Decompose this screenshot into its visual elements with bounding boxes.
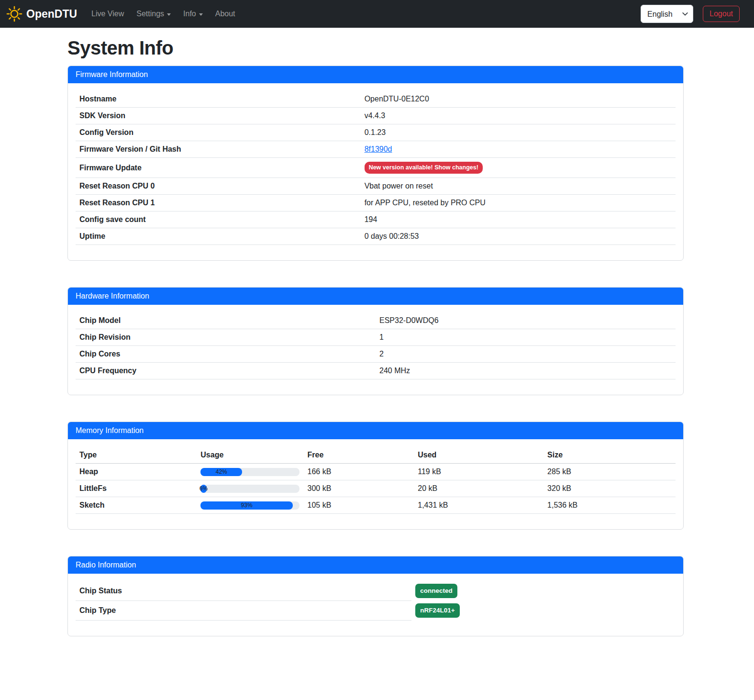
progress-label: 93% [200,501,293,510]
progress-label: 42% [200,468,242,476]
column-header-usage: Usage [197,447,303,464]
progress-label: 6% [200,485,206,493]
radio-card-body: Chip Status connected Chip Type nRF24L01… [68,574,683,636]
sun-logo-icon [6,5,23,22]
heap-free-value: 166 kB [304,464,414,480]
column-header-type: Type [76,447,197,464]
heap-used-value: 119 kB [414,464,543,480]
row-label: Sketch [76,497,197,514]
nav-item-info-label: Info [183,10,196,18]
cpu-frequency-value: 240 MHz [376,363,676,379]
hardware-card-body: Chip Model ESP32-D0WDQ6 Chip Revision 1 … [68,305,683,395]
table-row: Chip Model ESP32-D0WDQ6 [76,312,676,329]
row-label: Reset Reason CPU 0 [76,178,361,195]
row-label: Chip Status [76,581,411,601]
git-hash-link[interactable]: 8f1390d [365,145,392,153]
table-row: Hostname OpenDTU-0E12C0 [76,91,676,108]
radio-table: Chip Status connected Chip Type nRF24L01… [76,581,676,621]
hardware-card-header: Hardware Information [68,288,683,305]
row-label: Firmware Update [76,158,361,178]
config-version-value: 0.1.23 [361,124,676,141]
nav-item-about[interactable]: About [211,6,239,22]
sketch-free-value: 105 kB [304,497,414,514]
navbar: OpenDTU Live View Settings Info About En… [0,0,754,28]
nav-item-live-view-label: Live View [91,10,124,18]
table-row: Reset Reason CPU 1 for APP CPU, reseted … [76,195,676,211]
row-label: Chip Type [76,601,411,621]
table-header-row: Type Usage Free Used Size [76,447,676,464]
memory-table: Type Usage Free Used Size Heap 42% [76,447,676,514]
brand[interactable]: OpenDTU [6,5,77,22]
memory-card: Memory Information Type Usage Free Used … [67,422,684,530]
row-label: Firmware Version / Git Hash [76,141,361,158]
table-row: Firmware Version / Git Hash 8f1390d [76,141,676,158]
hardware-card: Hardware Information Chip Model ESP32-D0… [67,287,684,395]
nav-item-info[interactable]: Info [179,6,207,22]
heap-progress-bar: 42% [200,468,299,476]
nav-item-about-label: About [215,10,235,18]
chip-cores-value: 2 [376,346,676,363]
column-header-free: Free [304,447,414,464]
firmware-card-header: Firmware Information [68,66,683,83]
table-row: Heap 42% 166 kB 119 kB 285 kB [76,464,676,480]
page-title: System Info [67,37,684,59]
reset-reason-cpu0-value: Vbat power on reset [361,178,676,195]
row-label: Config Version [76,124,361,141]
row-label: Uptime [76,228,361,245]
chevron-down-icon [199,13,203,16]
table-row: Uptime 0 days 00:28:53 [76,228,676,245]
table-row: Chip Type nRF24L01+ [76,601,676,621]
chip-status-badge: connected [415,584,457,598]
sdk-version-value: v4.4.3 [361,108,676,124]
chip-type-cell: nRF24L01+ [411,601,676,621]
firmware-table: Hostname OpenDTU-0E12C0 SDK Version v4.4… [76,91,676,245]
git-hash-cell: 8f1390d [361,141,676,158]
row-label: Chip Model [76,312,376,329]
row-label: SDK Version [76,108,361,124]
row-label: Heap [76,464,197,480]
chip-type-badge: nRF24L01+ [415,603,459,618]
littlefs-free-value: 300 kB [304,480,414,497]
table-row: LittleFs 6% 300 kB 20 kB 320 kB [76,480,676,497]
heap-usage-cell: 42% [197,464,303,480]
littlefs-progress-bar: 6% [200,485,299,493]
hardware-table: Chip Model ESP32-D0WDQ6 Chip Revision 1 … [76,312,676,379]
firmware-card-body: Hostname OpenDTU-0E12C0 SDK Version v4.4… [68,83,683,260]
littlefs-usage-cell: 6% [197,480,303,497]
table-row: Config save count 194 [76,211,676,228]
radio-card-header: Radio Information [68,556,683,574]
sketch-used-value: 1,431 kB [414,497,543,514]
hostname-value: OpenDTU-0E12C0 [361,91,676,108]
heap-size-value: 285 kB [543,464,676,480]
row-label: Reset Reason CPU 1 [76,195,361,211]
sketch-progress-bar: 93% [200,501,299,510]
nav-item-settings-label: Settings [136,10,164,18]
chevron-down-icon [167,13,171,16]
firmware-card: Firmware Information Hostname OpenDTU-0E… [67,66,684,261]
radio-card: Radio Information Chip Status connected … [67,556,684,636]
sketch-usage-cell: 93% [197,497,303,514]
uptime-value: 0 days 00:28:53 [361,228,676,245]
chip-status-cell: connected [411,581,676,601]
table-row: Firmware Update New version available! S… [76,158,676,178]
brand-label: OpenDTU [26,8,77,21]
chip-revision-value: 1 [376,329,676,346]
nav-item-settings[interactable]: Settings [133,6,175,22]
littlefs-used-value: 20 kB [414,480,543,497]
table-row: SDK Version v4.4.3 [76,108,676,124]
main-content: System Info Firmware Information Hostnam… [67,37,684,636]
chip-model-value: ESP32-D0WDQ6 [376,312,676,329]
nav-item-live-view[interactable]: Live View [88,6,128,22]
new-version-badge[interactable]: New version available! Show changes! [365,162,483,174]
logout-button[interactable]: Logout [703,6,740,22]
table-row: Config Version 0.1.23 [76,124,676,141]
memory-card-body: Type Usage Free Used Size Heap 42% [68,439,683,529]
row-label: Chip Revision [76,329,376,346]
table-row: Reset Reason CPU 0 Vbat power on reset [76,178,676,195]
nav-links: Live View Settings Info About [88,6,244,22]
navbar-right: English Logout [641,5,748,23]
table-row: CPU Frequency 240 MHz [76,363,676,379]
language-select[interactable]: English [641,5,693,23]
firmware-update-cell: New version available! Show changes! [361,158,676,178]
littlefs-size-value: 320 kB [543,480,676,497]
